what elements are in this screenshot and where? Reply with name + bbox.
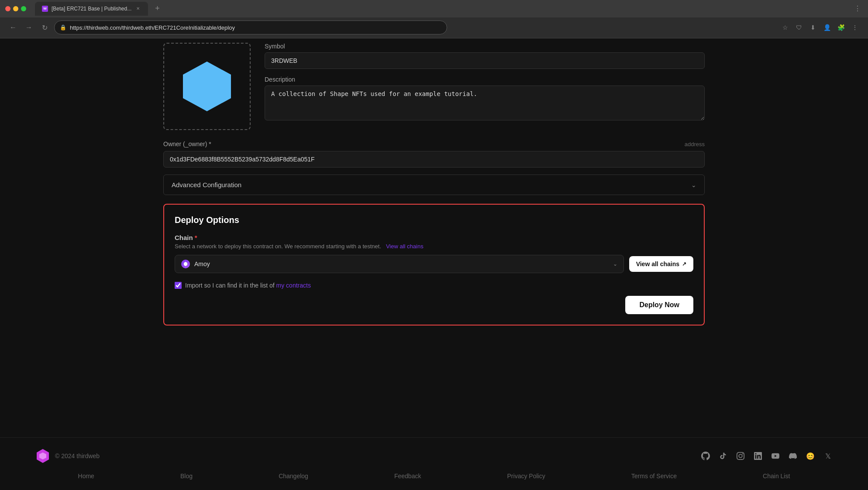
external-link-icon: ↗ bbox=[682, 261, 686, 267]
symbol-field-group: Symbol bbox=[265, 43, 705, 69]
browser-tab[interactable]: W [Beta] ERC721 Base | Published... ✕ bbox=[35, 2, 148, 16]
profile-icon[interactable]: 👤 bbox=[821, 21, 833, 34]
browser-menu-button[interactable]: ⋮ bbox=[852, 3, 863, 14]
github-icon[interactable] bbox=[700, 451, 711, 461]
footer-link-privacy[interactable]: Privacy Policy bbox=[507, 473, 545, 480]
nav-bar: ← → ↻ 🔒 https://thirdweb.com/thirdweb.et… bbox=[0, 17, 868, 38]
advanced-config: Advanced Configuration ⌄ bbox=[163, 175, 705, 195]
description-input[interactable]: A collection of Shape NFTs used for an e… bbox=[265, 86, 705, 120]
form-section: Symbol Description A collection of Shape… bbox=[163, 38, 705, 326]
symbol-label: Symbol bbox=[265, 43, 705, 50]
smile-icon[interactable]: 😊 bbox=[805, 451, 816, 461]
footer-link-blog[interactable]: Blog bbox=[180, 473, 193, 480]
address-text: https://thirdweb.com/thirdweb.eth/ERC721… bbox=[70, 24, 441, 31]
minimize-button[interactable] bbox=[13, 6, 18, 11]
image-upload-box[interactable] bbox=[163, 43, 251, 130]
deploy-now-button[interactable]: Deploy Now bbox=[625, 296, 693, 314]
traffic-lights bbox=[5, 6, 26, 11]
selected-chain-name: Amoy bbox=[194, 260, 609, 267]
deploy-options-container: Deploy Options Chain * Select a network … bbox=[163, 204, 705, 326]
chain-icon bbox=[181, 260, 190, 268]
browser-chrome: W [Beta] ERC721 Base | Published... ✕ + … bbox=[0, 0, 868, 38]
footer-brand: © 2024 thirdweb bbox=[35, 448, 100, 464]
fields-column: Symbol Description A collection of Shape… bbox=[265, 43, 705, 130]
chain-description: Select a network to deploy this contract… bbox=[175, 243, 693, 250]
footer-top: © 2024 thirdweb bbox=[35, 448, 833, 464]
chevron-down-icon: ⌄ bbox=[691, 182, 696, 188]
footer-copyright: © 2024 thirdweb bbox=[55, 452, 100, 459]
footer-link-home[interactable]: Home bbox=[78, 473, 94, 480]
owner-input[interactable] bbox=[163, 151, 705, 168]
deploy-options-title: Deploy Options bbox=[175, 215, 693, 225]
address-bar[interactable]: 🔒 https://thirdweb.com/thirdweb.eth/ERC7… bbox=[54, 21, 447, 34]
tab-bar: W [Beta] ERC721 Base | Published... ✕ + … bbox=[0, 0, 868, 17]
settings-icon[interactable]: ⋮ bbox=[849, 21, 861, 34]
view-all-chains-button[interactable]: View all chains ↗ bbox=[629, 256, 693, 272]
bookmark-icon[interactable]: ☆ bbox=[779, 21, 791, 34]
shield-icon[interactable]: 🛡 bbox=[793, 21, 805, 34]
deploy-actions: Deploy Now bbox=[175, 296, 693, 314]
description-field-group: Description A collection of Shape NFTs u… bbox=[265, 76, 705, 120]
footer-link-terms[interactable]: Terms of Service bbox=[631, 473, 677, 480]
extension-icon[interactable]: 🧩 bbox=[835, 21, 847, 34]
footer-link-chain-list[interactable]: Chain List bbox=[763, 473, 790, 480]
x-twitter-icon[interactable]: 𝕏 bbox=[823, 451, 833, 461]
chain-controls: Amoy ⌄ View all chains ↗ bbox=[175, 255, 693, 273]
owner-header: Owner (_owner) * address bbox=[163, 140, 705, 147]
reload-button[interactable]: ↻ bbox=[38, 21, 51, 34]
maximize-button[interactable] bbox=[21, 6, 26, 11]
description-label: Description bbox=[265, 76, 705, 83]
close-button[interactable] bbox=[5, 6, 10, 11]
thirdweb-logo bbox=[35, 448, 51, 464]
new-tab-button[interactable]: + bbox=[152, 2, 163, 15]
svg-marker-0 bbox=[183, 62, 231, 111]
forward-button[interactable]: → bbox=[23, 21, 35, 34]
lock-icon: 🔒 bbox=[60, 24, 66, 31]
symbol-input[interactable] bbox=[265, 52, 705, 69]
back-button[interactable]: ← bbox=[7, 21, 19, 34]
dropdown-arrow-icon: ⌄ bbox=[613, 261, 617, 267]
chain-required-indicator: * bbox=[195, 234, 197, 241]
tab-title: [Beta] ERC721 Base | Published... bbox=[52, 6, 131, 12]
import-checkbox[interactable] bbox=[175, 282, 182, 289]
owner-section: Owner (_owner) * address bbox=[163, 140, 705, 168]
discord-icon[interactable] bbox=[788, 451, 798, 461]
tiktok-icon[interactable] bbox=[718, 451, 728, 461]
main-area: Symbol Description A collection of Shape… bbox=[128, 38, 740, 437]
form-top-row: Symbol Description A collection of Shape… bbox=[163, 43, 705, 130]
my-contracts-link[interactable]: my contracts bbox=[276, 282, 311, 289]
footer-social-icons: 😊 𝕏 bbox=[700, 451, 833, 461]
instagram-icon[interactable] bbox=[735, 451, 746, 461]
import-label: Import so I can find it in the list of m… bbox=[185, 282, 311, 289]
advanced-config-label: Advanced Configuration bbox=[172, 181, 241, 188]
youtube-icon[interactable] bbox=[770, 451, 781, 461]
import-checkbox-row: Import so I can find it in the list of m… bbox=[175, 282, 693, 289]
tab-close-button[interactable]: ✕ bbox=[135, 6, 141, 12]
owner-label: Owner (_owner) * bbox=[163, 140, 211, 147]
linkedin-icon[interactable] bbox=[753, 451, 763, 461]
page-content: Symbol Description A collection of Shape… bbox=[0, 38, 868, 490]
advanced-config-header[interactable]: Advanced Configuration ⌄ bbox=[164, 175, 704, 195]
tab-favicon: W bbox=[42, 6, 48, 12]
footer-link-feedback[interactable]: Feedback bbox=[394, 473, 421, 480]
footer-link-changelog[interactable]: Changelog bbox=[279, 473, 308, 480]
footer: © 2024 thirdweb bbox=[0, 437, 868, 490]
download-icon[interactable]: ⬇ bbox=[807, 21, 819, 34]
chain-select-dropdown[interactable]: Amoy ⌄ bbox=[175, 255, 624, 273]
chain-section: Chain * Select a network to deploy this … bbox=[175, 234, 693, 273]
chain-label: Chain * bbox=[175, 234, 693, 241]
footer-links: Home Blog Changelog Feedback Privacy Pol… bbox=[35, 473, 833, 480]
owner-hint: address bbox=[685, 141, 705, 147]
hexagon-image bbox=[179, 58, 235, 115]
nav-icons: ☆ 🛡 ⬇ 👤 🧩 ⋮ bbox=[779, 21, 861, 34]
view-all-chains-description-link[interactable]: View all chains bbox=[386, 243, 424, 250]
